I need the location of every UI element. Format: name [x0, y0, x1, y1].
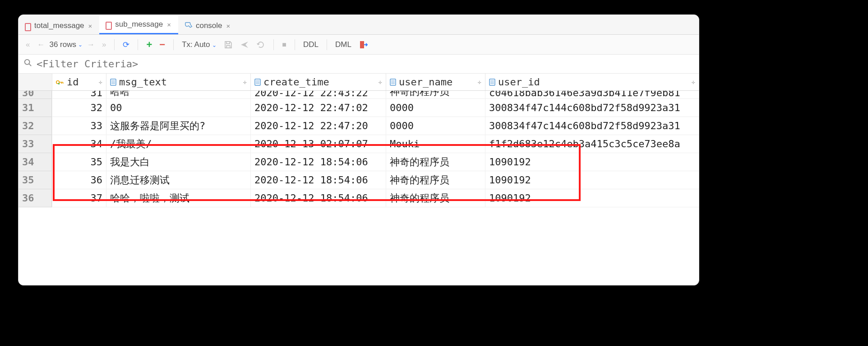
row-number-cell[interactable]: 33	[18, 135, 52, 153]
cell-create-time[interactable]: 2020-12-12 22:47:20	[250, 117, 386, 135]
cell-msg-text[interactable]: 哈哈，啦啦，测试	[106, 189, 250, 207]
cell-user-name[interactable]: 神奇的程序员	[386, 153, 485, 171]
next-page-button[interactable]: →	[84, 38, 97, 51]
cell-create-time[interactable]: 2020-12-12 18:54:06	[250, 189, 386, 207]
cell-msg-text[interactable]: 我是大白	[106, 153, 250, 171]
close-icon[interactable]: ×	[166, 21, 172, 28]
row-number-cell[interactable]: 32	[18, 117, 52, 135]
svg-rect-0	[360, 41, 364, 48]
tab-sub-message[interactable]: sub_message ×	[99, 16, 178, 34]
cell-user-name[interactable]: Mouki	[386, 135, 485, 153]
last-page-button[interactable]: »	[99, 38, 109, 51]
cell-user-name[interactable]: 神奇的程序员	[386, 171, 485, 189]
sort-icon: ÷	[240, 79, 247, 86]
cell-create-time[interactable]: 2020-12-12 22:43:22	[250, 91, 386, 99]
cell-msg-text[interactable]: 这服务器是阿里买的?	[106, 117, 250, 135]
row-number-cell[interactable]: 31	[18, 99, 52, 117]
table-row[interactable]: 3233这服务器是阿里买的?2020-12-12 22:47:200000300…	[18, 117, 699, 135]
row-number-cell[interactable]: 35	[18, 171, 52, 189]
cell-create-time[interactable]: 2020-12-12 18:54:06	[250, 153, 386, 171]
cell-user-name[interactable]: 0000	[386, 117, 485, 135]
cell-msg-text[interactable]: 00	[106, 99, 250, 117]
cell-id[interactable]: 36	[52, 171, 106, 189]
db-result-window: total_message × sub_message × console × …	[18, 14, 699, 285]
row-number-cell[interactable]: 36	[18, 189, 52, 207]
add-row-button[interactable]: +	[143, 37, 155, 52]
cell-id[interactable]: 31	[52, 91, 106, 99]
cell-user-name[interactable]: 神奇的程序员	[386, 91, 485, 99]
svg-point-7	[58, 83, 60, 84]
column-icon	[254, 79, 261, 86]
row-number-cell[interactable]: 34	[18, 153, 52, 171]
cell-user-id[interactable]: 300834f47c144c608bd72f58d9923a31	[485, 99, 699, 117]
table-row[interactable]: 3031哈哈2020-12-12 22:43:22神奇的程序员c04618bab…	[18, 91, 699, 99]
sort-icon: ÷	[376, 79, 382, 86]
column-label: create_time	[263, 76, 329, 88]
cell-user-name[interactable]: 0000	[386, 99, 485, 117]
cell-id[interactable]: 33	[52, 117, 106, 135]
cell-user-id[interactable]: 1090192	[485, 171, 699, 189]
exit-door-icon[interactable]	[356, 38, 370, 51]
cell-id[interactable]: 32	[52, 99, 106, 117]
tx-mode-dropdown[interactable]: Tx: Auto ⌄	[179, 40, 219, 49]
cell-user-id[interactable]: 1090192	[485, 189, 699, 207]
filter-bar	[18, 55, 699, 74]
save-button[interactable]	[221, 38, 235, 51]
column-label: id	[67, 76, 79, 88]
row-number-header[interactable]	[18, 74, 52, 90]
tx-label: Tx: Auto	[182, 40, 210, 49]
cell-create-time[interactable]: 2020-12-12 18:54:06	[250, 171, 386, 189]
column-header-user-name[interactable]: user_name ÷	[386, 74, 485, 90]
submit-button[interactable]	[237, 38, 252, 51]
tab-total-message[interactable]: total_message ×	[18, 17, 99, 34]
cell-create-time[interactable]: 2020-12-12 22:47:02	[250, 99, 386, 117]
cell-id[interactable]: 35	[52, 153, 106, 171]
cell-msg-text[interactable]: /我最美/	[106, 135, 250, 153]
column-header-user-id[interactable]: user_id ÷	[485, 74, 699, 90]
prev-page-button[interactable]: ←	[34, 38, 47, 51]
table-row[interactable]: 3132002020-12-12 22:47:020000300834f47c1…	[18, 99, 699, 117]
stop-button[interactable]: ■	[279, 39, 289, 51]
primary-key-icon	[56, 79, 64, 85]
cell-user-id[interactable]: 1090192	[485, 153, 699, 171]
chevron-down-icon: ⌄	[212, 42, 217, 48]
cell-user-id[interactable]: f1f2d683e12c4eb3a415c3c5ce73ee8a	[485, 135, 699, 153]
cell-msg-text[interactable]: 哈哈	[106, 91, 250, 99]
table-row[interactable]: 3435我是大白2020-12-12 18:54:06神奇的程序员1090192	[18, 153, 699, 171]
close-icon[interactable]: ×	[88, 22, 93, 30]
close-icon[interactable]: ×	[226, 22, 231, 30]
column-header-create-time[interactable]: create_time ÷	[250, 74, 386, 90]
column-header-msg-text[interactable]: msg_text ÷	[106, 74, 250, 90]
table-row[interactable]: 3536消息迁移测试2020-12-12 18:54:06神奇的程序员10901…	[18, 171, 699, 189]
data-grid: id ÷ msg_text ÷ create_time ÷	[18, 74, 699, 207]
column-header-id[interactable]: id ÷	[52, 74, 106, 90]
column-icon	[390, 79, 396, 86]
tab-bar: total_message × sub_message × console ×	[18, 15, 699, 35]
ddl-button[interactable]: DDL	[300, 40, 321, 49]
dml-button[interactable]: DML	[332, 40, 354, 49]
cell-id[interactable]: 37	[52, 189, 106, 207]
cell-user-id[interactable]: 300834f47c144c608bd72f58d9923a31	[485, 117, 699, 135]
separator	[114, 39, 115, 50]
cell-id[interactable]: 34	[52, 135, 106, 153]
row-number-cell[interactable]: 30	[18, 91, 52, 99]
cell-user-id[interactable]: c04618bab36146e3a9d3b411e7f9eb81	[485, 91, 699, 99]
cell-create-time[interactable]: 2020-12-13 02:07:07	[250, 135, 386, 153]
filter-input[interactable]	[37, 58, 693, 70]
refresh-button[interactable]: ⟳	[120, 38, 132, 51]
column-label: msg_text	[119, 76, 167, 88]
table-row[interactable]: 3334/我最美/2020-12-13 02:07:07Moukif1f2d68…	[18, 135, 699, 153]
cell-msg-text[interactable]: 消息迁移测试	[106, 171, 250, 189]
tab-console[interactable]: console ×	[178, 17, 237, 34]
sort-icon: ÷	[689, 79, 695, 86]
cell-user-name[interactable]: 神奇的程序员	[386, 189, 485, 207]
sort-icon: ÷	[96, 79, 102, 86]
svg-point-1	[25, 60, 30, 65]
table-row[interactable]: 3637哈哈，啦啦，测试2020-12-12 18:54:06神奇的程序员109…	[18, 189, 699, 207]
rollback-button[interactable]	[254, 38, 268, 51]
remove-row-button[interactable]: −	[157, 37, 168, 52]
table-icon	[106, 21, 112, 28]
first-page-button[interactable]: «	[23, 38, 32, 51]
toolbar: « ← 36 rows ⌄ → » ⟳ + − Tx: Auto ⌄ ■ DDL	[18, 35, 699, 55]
rows-count-dropdown[interactable]: 36 rows ⌄	[49, 40, 83, 49]
